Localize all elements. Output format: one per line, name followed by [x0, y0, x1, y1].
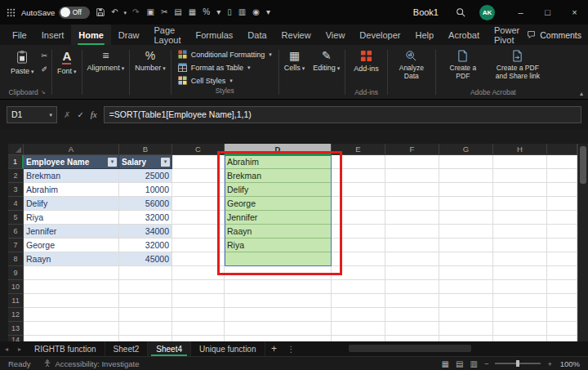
cell-a8[interactable]: Raayn [24, 252, 119, 266]
cell-e2[interactable] [332, 169, 385, 183]
cell-a11[interactable] [24, 294, 119, 308]
cell-c5[interactable] [172, 211, 225, 225]
cell-a7[interactable]: George [24, 238, 119, 252]
ribbon-tab-formulas[interactable]: Formulas [189, 25, 241, 45]
horizontal-scrollbar[interactable] [300, 341, 588, 356]
conditional-formatting-button[interactable]: Conditional Formatting▾ [176, 49, 274, 60]
row-header-5[interactable]: 5 [8, 211, 24, 225]
vertical-scrollbar[interactable] [577, 144, 588, 341]
cell-d13[interactable] [225, 322, 332, 336]
cell-f14[interactable] [385, 336, 439, 341]
cell-c13[interactable] [172, 322, 225, 336]
chevron-down-icon[interactable]: ▾ [216, 8, 220, 16]
cell-e9[interactable] [332, 266, 385, 280]
cell-h1[interactable] [493, 155, 547, 169]
cell-b8[interactable]: 45000 [119, 252, 172, 266]
cell-d11[interactable] [225, 294, 332, 308]
add-ins-button[interactable]: Add-ins [350, 47, 383, 75]
column-header-d[interactable]: D [225, 144, 332, 155]
cell-a9[interactable] [24, 266, 119, 280]
sheet-nav-left-icon[interactable]: ◂ [0, 341, 13, 356]
cell-h3[interactable] [493, 183, 547, 197]
row-header-6[interactable]: 6 [8, 225, 24, 238]
cancel-icon[interactable]: ✗ [64, 110, 70, 119]
cell-f1[interactable] [385, 155, 439, 169]
ribbon-tab-developer[interactable]: Developer [352, 25, 408, 45]
insert-function-icon[interactable]: fx [91, 109, 97, 119]
name-box[interactable]: D1 ▾ [7, 106, 57, 123]
cell-d1[interactable]: Abrahim [225, 155, 332, 169]
zoom-slider[interactable] [495, 363, 541, 364]
column-header-f[interactable]: F [385, 144, 439, 155]
cut-icon[interactable]: ✂ [161, 8, 167, 16]
cell-g2[interactable] [439, 169, 493, 183]
cell-a6[interactable]: Jennifer [24, 225, 119, 238]
cell-b5[interactable]: 32000 [119, 211, 172, 225]
cell-d2[interactable]: Brekman [225, 169, 332, 183]
cell-b2[interactable]: 25000 [119, 169, 172, 183]
cell-c6[interactable] [172, 225, 225, 238]
app-launcher-icon[interactable] [7, 8, 16, 17]
cell-d5[interactable]: Jennifer [225, 211, 332, 225]
more-sheets-icon[interactable]: ⋮ [283, 341, 300, 356]
cell-overflow-r8[interactable] [547, 252, 577, 266]
cell-c9[interactable] [172, 266, 225, 280]
cell-overflow-r10[interactable] [547, 280, 577, 294]
cell-g11[interactable] [439, 294, 493, 308]
cell-a2[interactable]: Brekman [24, 169, 119, 183]
cell-c8[interactable] [172, 252, 225, 266]
filter-dropdown-icon[interactable]: ▾ [108, 158, 117, 167]
column-header-h[interactable]: H [493, 144, 547, 155]
copy-icon[interactable]: ▣ [147, 8, 154, 16]
cell-overflow-r1[interactable] [547, 155, 577, 169]
cell-g14[interactable] [439, 336, 493, 341]
cell-a4[interactable]: Delify [24, 197, 119, 211]
cell-b9[interactable] [119, 266, 172, 280]
row-header-12[interactable]: 12 [8, 308, 24, 322]
undo-icon[interactable]: ↶ [111, 8, 118, 16]
percent-style-icon[interactable]: % [203, 8, 210, 16]
cell-g1[interactable] [439, 155, 493, 169]
cell-overflow-r11[interactable] [547, 294, 577, 308]
cell-d7[interactable]: Riya [225, 238, 332, 252]
cell-c7[interactable] [172, 238, 225, 252]
cell-d4[interactable]: George [225, 197, 332, 211]
new-document-icon[interactable]: ▯ [227, 8, 232, 16]
cell-overflow-r6[interactable] [547, 225, 577, 238]
table-header-employee-name[interactable]: Employee Name▾ [24, 155, 119, 169]
print-icon[interactable]: ▥ [238, 8, 246, 16]
cell-overflow-r5[interactable] [547, 211, 577, 225]
cell-d10[interactable] [225, 280, 332, 294]
record-macro-icon[interactable]: ◉ [252, 8, 260, 16]
cell-e7[interactable] [332, 238, 385, 252]
cell-g10[interactable] [439, 280, 493, 294]
row-header-11[interactable]: 11 [8, 294, 24, 308]
enter-icon[interactable]: ✓ [77, 110, 83, 119]
borders-icon[interactable]: ▦ [189, 8, 196, 16]
cell-h8[interactable] [493, 252, 547, 266]
cell-overflow-r2[interactable] [547, 169, 577, 183]
select-all-corner[interactable] [8, 144, 24, 155]
cell-b12[interactable] [119, 308, 172, 322]
cell-e13[interactable] [332, 322, 385, 336]
column-header-a[interactable]: A [24, 144, 119, 155]
row-header-1[interactable]: 1 [8, 155, 24, 169]
cell-f10[interactable] [385, 280, 439, 294]
cell-d6[interactable]: Raayn [225, 225, 332, 238]
cell-a14[interactable] [24, 336, 119, 341]
cell-h13[interactable] [493, 322, 547, 336]
paste-icon[interactable]: ▤ [174, 8, 181, 16]
format-as-table-button[interactable]: Format as Table▾ [176, 62, 274, 73]
cell-h10[interactable] [493, 280, 547, 294]
cell-d12[interactable] [225, 308, 332, 322]
new-sheet-button[interactable]: + [265, 341, 283, 356]
cell-b7[interactable]: 32000 [119, 238, 172, 252]
cell-a5[interactable]: Riya [24, 211, 119, 225]
zoom-in-icon[interactable]: + [547, 359, 552, 368]
cell-h12[interactable] [493, 308, 547, 322]
ribbon-tab-power-pivot[interactable]: Power Pivot [487, 25, 527, 45]
analyze-data-button[interactable]: Analyze Data [389, 47, 434, 99]
row-header-9[interactable]: 9 [8, 266, 24, 280]
cell-h6[interactable] [493, 225, 547, 238]
cell-overflow-r9[interactable] [547, 266, 577, 280]
